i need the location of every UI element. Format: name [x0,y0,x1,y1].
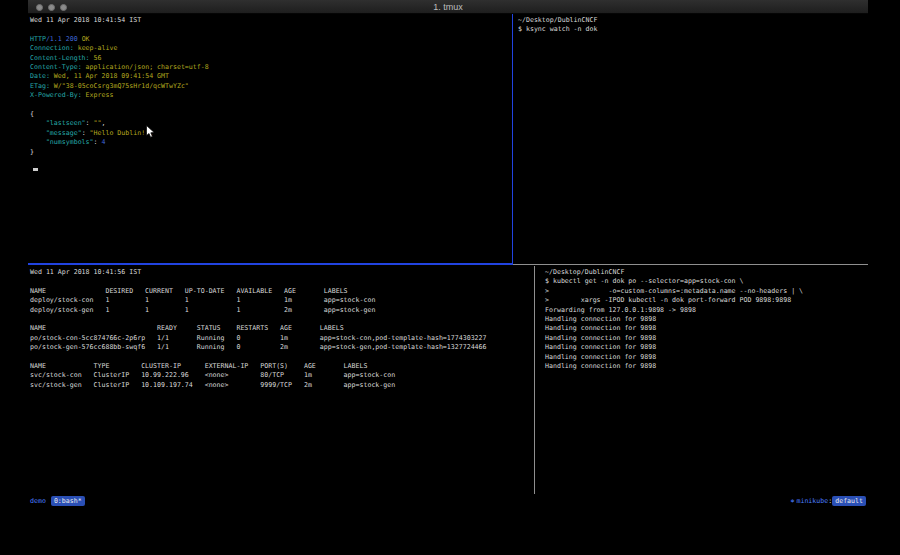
blank-line [30,101,512,110]
session-name: demo [30,497,46,505]
window-titlebar[interactable]: 1. tmux [28,0,868,14]
json-key: "lastseen" [46,119,86,127]
http-reason: OK [82,35,90,43]
header-value: application/json; charset=utf-8 [86,63,209,71]
http-status-line: HTTP/1.1 200 OK [30,35,512,44]
header-value: Wed, 11 Apr 2018 09:41:54 GMT [54,72,169,80]
json-value: "Hello Dublin!" [90,129,150,137]
json-row: "message": "Hello Dublin!", [30,129,512,138]
json-comma: , [102,119,106,127]
header-name: ETag: [30,82,50,90]
terminal-output: Wed 11 Apr 2018 10:41:56 IST NAME DESIRE… [30,268,534,390]
header-name: X-Powered-By: [30,91,82,99]
json-value: 4 [101,138,105,146]
tmux-status-bar: demo 0:bash* ⎈ minikube : default [28,494,868,508]
blank-line [30,25,512,34]
terminal-output: ~/Desktop/DublinCNCF $ kubectl get -n do… [545,268,868,371]
json-key: "numsymbols" [46,138,94,146]
json-close-brace: } [30,148,512,157]
json-row: "lastseen": "", [30,119,512,128]
http-header-line: Connection:keep-alive [30,44,512,53]
http-header-line: Content-Type:application/json; charset=u… [30,63,512,72]
pane-http-response[interactable]: Wed 11 Apr 2018 10:41:54 IST HTTP/1.1 20… [28,14,512,264]
json-row: "numsymbols": 4 [30,138,512,147]
header-value: Express [86,91,114,99]
json-separator: : [82,129,90,137]
pane-port-forward[interactable]: ~/Desktop/DublinCNCF $ kubectl get -n do… [535,266,868,494]
date-line: Wed 11 Apr 2018 10:41:54 IST [30,16,512,25]
json-value: "" [94,119,102,127]
window-title: 1. tmux [28,0,868,14]
status-left: demo 0:bash* [30,494,85,508]
terminal-window: 1. tmux Wed 11 Apr 2018 10:41:54 IST HTT… [28,0,868,510]
active-window-item[interactable]: 0:bash* [51,496,85,506]
header-name: Connection: [30,44,74,52]
pane-divider-horizontal[interactable] [513,264,868,265]
pane-divider-vertical-top[interactable] [512,14,513,264]
desktop-background: 1. tmux Wed 11 Apr 2018 10:41:54 IST HTT… [0,0,900,555]
pane-divider-horizontal-active[interactable] [28,263,513,265]
http-header-line: ETag:W/"38-05coCsrg3mQ75sHr1d/qcWTwYZc" [30,82,512,91]
http-keyword: HTTP [30,35,46,43]
json-separator: : [86,119,94,127]
http-header-line: X-Powered-By:Express [30,91,512,100]
header-value: 56 [94,54,102,62]
header-name: Date: [30,72,50,80]
http-header-line: Date:Wed, 11 Apr 2018 09:41:54 GMT [30,72,512,81]
kube-namespace: default [832,496,866,506]
json-open-brace: { [30,110,512,119]
http-version: /1.1 200 [46,35,82,43]
mouse-pointer [146,125,155,138]
kubernetes-helm-icon: ⎈ [790,497,794,505]
pane-divider-vertical-bottom[interactable] [534,266,535,494]
kube-context: minikube [796,497,828,505]
terminal-cursor [33,168,38,171]
http-header-line: Content-Length:56 [30,54,512,63]
header-name: Content-Type: [30,63,82,71]
header-name: Content-Length: [30,54,90,62]
header-value: W/"38-05coCsrg3mQ75sHr1d/qcWTwYZc" [54,82,189,90]
pane-kubectl-get[interactable]: Wed 11 Apr 2018 10:41:56 IST NAME DESIRE… [28,266,534,494]
header-value: keep-alive [78,44,118,52]
json-key: "message" [46,129,82,137]
status-right: ⎈ minikube : default [790,494,866,508]
pane-ksync[interactable]: ~/Desktop/DublinCNCF $ ksync watch -n do… [513,14,868,264]
terminal-output: ~/Desktop/DublinCNCF $ ksync watch -n do… [518,16,868,35]
